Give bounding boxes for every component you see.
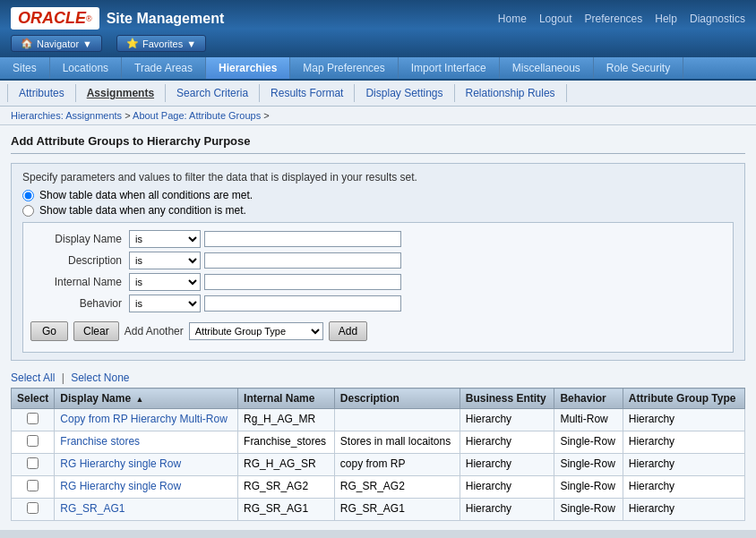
navigator-button[interactable]: 🏠 Navigator ▼ xyxy=(11,35,102,52)
row-internal-name: RG_H_AG_SR xyxy=(238,454,335,476)
filter-label-description: Description xyxy=(30,254,129,267)
subtab-search-criteria[interactable]: Search Criteria xyxy=(166,84,260,102)
row-display-name-link[interactable]: RG_SR_AG1 xyxy=(60,502,125,515)
filter-row-behavior: Behavior isis notcontains xyxy=(30,295,726,312)
radio-all-label: Show table data when all conditions are … xyxy=(39,189,253,201)
row-description: Stores in mall locaitons xyxy=(334,431,460,454)
app-title: Site Management xyxy=(107,11,225,27)
add-button[interactable]: Add xyxy=(329,321,367,341)
filter-op-internal-name[interactable]: isis notcontains xyxy=(129,273,201,291)
radio-any-condition[interactable] xyxy=(22,205,34,217)
tab-trade-areas[interactable]: Trade Areas xyxy=(122,57,206,79)
filter-input-internal-name[interactable] xyxy=(204,274,401,290)
radio-all-row: Show table data when all conditions are … xyxy=(22,189,734,201)
logo-container: O RACLE ® Site Management xyxy=(11,7,224,30)
preferences-link[interactable]: Preferences xyxy=(585,13,643,25)
filter-section: Specify parameters and values to filter … xyxy=(11,163,745,361)
sort-arrow-display-name: ▲ xyxy=(135,395,143,404)
top-header: O RACLE ® Site Management Home Logout Pr… xyxy=(0,0,756,57)
row-checkbox[interactable] xyxy=(27,457,39,469)
row-display-name-link[interactable]: RG Hierarchy single Row xyxy=(60,457,181,470)
nav-row: 🏠 Navigator ▼ ⭐ Favorites ▼ xyxy=(11,35,745,57)
row-display-name-link[interactable]: RG Hierarchy single Row xyxy=(60,480,181,492)
oracle-reg-mark: ® xyxy=(86,14,92,23)
row-attribute-group-type: Hierarchy xyxy=(623,476,744,499)
row-business-entity: Hierarchy xyxy=(460,454,554,476)
radio-any-row: Show table data when any condition is me… xyxy=(22,204,734,217)
main-tabs: Sites Locations Trade Areas Hierarchies … xyxy=(0,57,756,81)
page-title: Add Attribute Groups to Hierarchy Purpos… xyxy=(11,134,745,154)
col-header-attribute-group-type: Attribute Group Type xyxy=(623,389,744,409)
table-row: RG_SR_AG1RG_SR_AG1RG_SR_AG1HierarchySing… xyxy=(12,499,745,521)
row-checkbox[interactable] xyxy=(27,435,39,447)
subtab-results-format[interactable]: Results Format xyxy=(260,84,355,102)
filter-description: Specify parameters and values to filter … xyxy=(22,171,734,184)
row-behavior: Single-Row xyxy=(554,476,623,499)
row-display-name-link[interactable]: Copy from RP Hierarchy Multi-Row xyxy=(60,413,228,425)
tab-map-preferences[interactable]: Map Preferences xyxy=(290,57,398,79)
filter-op-display-name[interactable]: isis notcontains xyxy=(129,230,201,248)
filter-input-behavior[interactable] xyxy=(204,295,401,312)
row-checkbox-cell xyxy=(12,431,55,454)
subtab-display-settings[interactable]: Display Settings xyxy=(355,84,454,102)
subtab-relationship-rules[interactable]: Relationship Rules xyxy=(455,84,567,102)
row-business-entity: Hierarchy xyxy=(460,499,554,521)
breadcrumb-attribute-groups-link[interactable]: About Page: Attribute Groups xyxy=(133,110,261,121)
row-checkbox[interactable] xyxy=(27,480,39,491)
tab-role-security[interactable]: Role Security xyxy=(594,57,683,79)
page-content: Add Attribute Groups to Hierarchy Purpos… xyxy=(0,125,756,530)
filter-input-display-name[interactable] xyxy=(204,231,401,247)
row-attribute-group-type: Hierarchy xyxy=(623,499,744,521)
filter-label-display-name: Display Name xyxy=(30,233,129,245)
filter-op-behavior[interactable]: isis notcontains xyxy=(129,295,201,312)
row-behavior: Multi-Row xyxy=(554,409,623,431)
sub-tabs: Attributes Assignments Search Criteria R… xyxy=(0,81,756,107)
tab-miscellaneous[interactable]: Miscellaneous xyxy=(500,57,594,79)
diagnostics-link[interactable]: Diagnostics xyxy=(690,13,745,25)
filter-row-description: Description isis notcontains xyxy=(30,252,726,269)
breadcrumb-hierarchies-link[interactable]: Hierarchies: Assignments xyxy=(11,110,122,121)
favorites-button[interactable]: ⭐ Favorites ▼ xyxy=(116,35,206,52)
oracle-letter-racle: RACLE xyxy=(30,9,86,28)
navigator-icon: 🏠 xyxy=(21,38,33,49)
select-all-link[interactable]: Select All xyxy=(11,371,55,384)
table-row: RG Hierarchy single RowRG_SR_AG2RG_SR_AG… xyxy=(12,476,745,499)
navigator-arrow: ▼ xyxy=(82,38,92,49)
tab-sites[interactable]: Sites xyxy=(0,57,50,79)
row-checkbox-cell xyxy=(12,409,55,431)
row-behavior: Single-Row xyxy=(554,454,623,476)
row-attribute-group-type: Hierarchy xyxy=(623,454,744,476)
row-checkbox-cell xyxy=(12,454,55,476)
row-display-name-cell: RG Hierarchy single Row xyxy=(55,454,238,476)
radio-all-conditions[interactable] xyxy=(22,190,34,201)
row-attribute-group-type: Hierarchy xyxy=(623,431,744,454)
filter-input-description[interactable] xyxy=(204,252,401,269)
row-checkbox[interactable] xyxy=(27,502,39,514)
col-header-description: Description xyxy=(334,389,460,409)
clear-button[interactable]: Clear xyxy=(73,321,119,341)
radio-any-label: Show table data when any condition is me… xyxy=(39,204,246,217)
help-link[interactable]: Help xyxy=(655,13,677,25)
table-row: RG Hierarchy single RowRG_H_AG_SRcopy fr… xyxy=(12,454,745,476)
filter-op-description[interactable]: isis notcontains xyxy=(129,252,201,269)
subtab-assignments[interactable]: Assignments xyxy=(76,84,166,102)
tab-locations[interactable]: Locations xyxy=(50,57,122,79)
tab-hierarchies[interactable]: Hierarchies xyxy=(206,57,290,79)
logout-link[interactable]: Logout xyxy=(539,13,572,25)
subtab-attributes[interactable]: Attributes xyxy=(7,84,76,102)
row-checkbox[interactable] xyxy=(27,413,39,424)
home-link[interactable]: Home xyxy=(498,13,527,25)
go-button[interactable]: Go xyxy=(30,321,68,341)
table-row: Franchise storesFranchise_storesStores i… xyxy=(12,431,745,454)
row-business-entity: Hierarchy xyxy=(460,409,554,431)
header-nav-right: Home Logout Preferences Help Diagnostics xyxy=(498,13,745,25)
select-none-link[interactable]: Select None xyxy=(71,371,129,384)
col-header-internal-name: Internal Name xyxy=(238,389,335,409)
row-display-name-link[interactable]: Franchise stores xyxy=(60,435,140,448)
filter-label-internal-name: Internal Name xyxy=(30,276,129,288)
row-internal-name: RG_SR_AG2 xyxy=(238,476,335,499)
tab-import-interface[interactable]: Import Interface xyxy=(399,57,500,79)
add-another-select[interactable]: Attribute Group Type Display Name Descri… xyxy=(189,322,323,340)
row-behavior: Single-Row xyxy=(554,499,623,521)
row-description xyxy=(334,409,460,431)
